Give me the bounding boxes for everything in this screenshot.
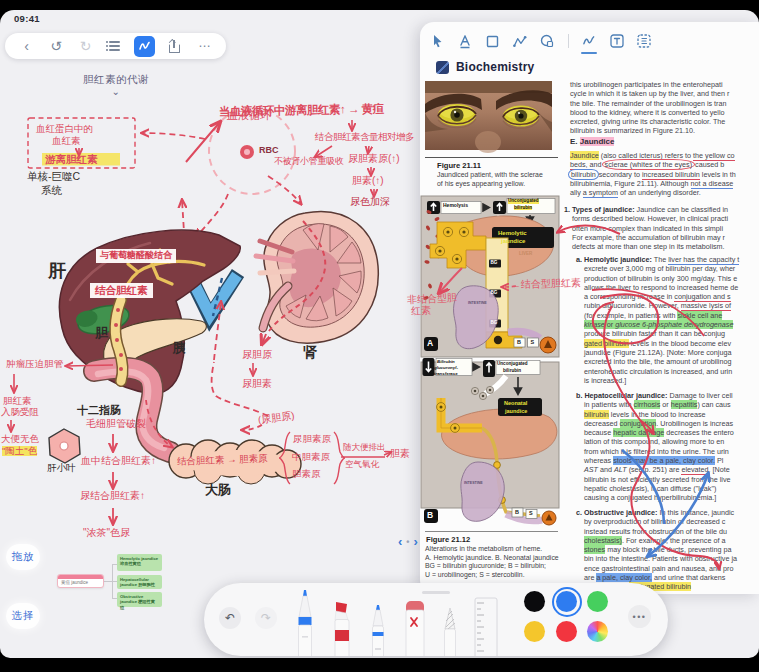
text-line: excrete over 3,000 mg of bilirubin per d… bbox=[576, 264, 759, 273]
mindmap-card-text: Hepatocellular jaundice 肝细胞性 bbox=[120, 577, 159, 588]
text-line: 1. Types of jaundice: Jaundice can be cl… bbox=[564, 205, 759, 214]
hand-pointer-icon[interactable] bbox=[430, 34, 444, 49]
figure-rule bbox=[425, 157, 558, 158]
text-line: the bile. The remainder of the urobilino… bbox=[570, 99, 759, 108]
note-title-text: 胆红素的代谢 bbox=[83, 73, 149, 85]
red-color-swatch[interactable] bbox=[556, 621, 577, 642]
text-line: ally a symptom of an underlying disorder… bbox=[570, 188, 759, 197]
eraser-tool[interactable] bbox=[403, 600, 427, 656]
text-line: AST and ALT (see p. 251) are elevated. [… bbox=[576, 465, 759, 474]
text-line: b. Hepatocellular jaundice: Damage to li… bbox=[576, 391, 759, 400]
scribble-pen-icon[interactable] bbox=[582, 34, 596, 49]
figure-rule-2 bbox=[425, 531, 558, 532]
fountain-pen-tool[interactable] bbox=[294, 589, 316, 656]
pen-toolbar: ↶ ↷ bbox=[204, 583, 668, 656]
figure-21-11-title: Figure 21.11 bbox=[437, 161, 481, 170]
text-line: bilirubin levels in the blood to increas… bbox=[576, 410, 759, 419]
undo-icon[interactable]: ↺ bbox=[46, 36, 66, 56]
text-line: beds, and sclerae (whites of the eyes) c… bbox=[570, 160, 759, 169]
text-line: produce bilirubin faster than it can be … bbox=[576, 329, 759, 338]
text-line: jaundice (Figure 21.12A). [Note: More co… bbox=[576, 348, 759, 357]
link-circle-icon[interactable] bbox=[540, 34, 554, 49]
text-line: bilirubin is summarized in Figure 21.10. bbox=[570, 126, 759, 135]
text-line: from which it is filtered into the urine… bbox=[576, 447, 759, 456]
pdf-paragraph-jaundice: Jaundice (also called icterus) refers to… bbox=[570, 151, 759, 197]
text-line: causing a conjugated hyperbilirubinemia.… bbox=[576, 493, 759, 502]
mindmap-node[interactable]: 黄疸 jaundice bbox=[57, 574, 104, 588]
pdf-heading-jaundice: E. Jaundice bbox=[570, 137, 759, 146]
pencil-tool[interactable] bbox=[440, 607, 460, 656]
text-line: instead results from obstruction of the … bbox=[576, 527, 759, 536]
text-annotation-icon[interactable] bbox=[458, 34, 472, 49]
undo-button[interactable]: ↶ bbox=[219, 607, 241, 629]
back-icon[interactable]: ‹ bbox=[17, 36, 37, 56]
ruler-tool[interactable] bbox=[473, 597, 499, 656]
mindmap-card[interactable]: Obstructive jaundice 梗阻性黄疸 bbox=[117, 592, 162, 607]
mindmap-preview[interactable]: 黄疸 jaundice Hemolytic jaundice 溶血性黄疸 Hep… bbox=[50, 538, 170, 613]
redo-icon[interactable]: ↻ bbox=[76, 36, 96, 56]
red-marker-tool[interactable] bbox=[330, 600, 354, 656]
pdf-item-obstructive: c. Obstructive jaundice: In this instanc… bbox=[576, 508, 759, 592]
select-mode-button[interactable]: 选择 bbox=[6, 603, 40, 629]
text-line: blood to the kidney, where it is convert… bbox=[570, 108, 759, 117]
mindmap-node-label: 黄疸 jaundice bbox=[58, 579, 103, 586]
text-line: cholestasis). For example, the presence … bbox=[576, 536, 759, 545]
next-page-icon[interactable]: › bbox=[414, 534, 418, 549]
text-line: bilirubinemia, Figure 21.11). Although n… bbox=[570, 179, 759, 188]
text-line: is increased.] bbox=[576, 376, 759, 385]
redo-button[interactable]: ↷ bbox=[255, 607, 277, 629]
share-icon[interactable] bbox=[165, 36, 185, 56]
pdf-list-types: 1. Types of jaundice: Jaundice can be cl… bbox=[564, 205, 759, 251]
text-line: stones may block the bile ducts, prevent… bbox=[576, 545, 759, 554]
rect-select-icon[interactable] bbox=[485, 34, 499, 49]
status-time: 09:41 bbox=[14, 13, 40, 24]
drag-mode-button[interactable]: 拖放 bbox=[6, 544, 40, 570]
outline-icon[interactable] bbox=[105, 36, 125, 56]
textbox-icon[interactable] bbox=[610, 34, 624, 49]
ballpoint-pen-tool[interactable] bbox=[367, 604, 389, 656]
text-line: a corresponding increase in conjugation … bbox=[576, 292, 759, 301]
mindmap-card[interactable]: Hepatocellular jaundice 肝细胞性 bbox=[117, 575, 162, 589]
text-line: hepatic cholestasis), it can diffuse ("l… bbox=[576, 484, 759, 493]
toolbar-divider bbox=[568, 34, 569, 48]
mindmap-card-text: Hemolytic jaundice 溶血性黄疸 bbox=[120, 556, 159, 567]
text-line: this urobilinogen participates in the en… bbox=[570, 80, 759, 89]
toolbar-more-button[interactable]: ••• bbox=[628, 605, 651, 628]
text-line: of his eyes appearing yellow. bbox=[437, 180, 543, 189]
large-intestine-drawing bbox=[169, 440, 301, 484]
excerpt-icon[interactable] bbox=[637, 34, 651, 49]
pdf-doc-title: Biochemistry bbox=[456, 60, 534, 74]
prev-page-icon[interactable]: ‹ bbox=[398, 534, 402, 549]
black-color-swatch[interactable] bbox=[524, 591, 545, 612]
text-line: by overproduction of bilirubin or decrea… bbox=[576, 517, 759, 526]
pdf-paragraph-urobilinogen: this urobilinogen participates in the en… bbox=[570, 80, 759, 136]
document-icon bbox=[436, 61, 449, 74]
more-icon[interactable]: ⋯ bbox=[194, 36, 214, 56]
text-line: a. Hemolytic jaundice: The liver has the… bbox=[576, 255, 759, 264]
text-line: kinase or glucose 6-phosphate dehydrogen… bbox=[576, 320, 759, 329]
blue-color-swatch[interactable] bbox=[556, 591, 577, 612]
toolbar-handle[interactable] bbox=[422, 591, 450, 594]
page-dot-icon: • bbox=[406, 537, 409, 547]
text-line: in patients with cirrhosis or hepatitis)… bbox=[576, 400, 759, 409]
yellow-color-swatch[interactable] bbox=[524, 621, 545, 642]
rbc-drawing bbox=[240, 145, 254, 159]
text-line: forms described below. However, in clini… bbox=[564, 214, 759, 223]
text-line: often more complex than indicated in thi… bbox=[564, 224, 759, 233]
rainbow-color-swatch[interactable] bbox=[587, 621, 608, 642]
text-line: bilirubin secondary to increased bilirub… bbox=[570, 170, 759, 179]
green-color-swatch[interactable] bbox=[587, 591, 608, 612]
text-line: cycle in which it is taken up by the liv… bbox=[570, 89, 759, 98]
text-line: Jaundiced patient, with the sclerae bbox=[437, 171, 543, 180]
mindmap-card[interactable]: Hemolytic jaundice 溶血性黄疸 bbox=[117, 554, 162, 571]
pdf-doc-header[interactable]: Biochemistry bbox=[436, 60, 534, 74]
text-line: excreted, giving urine its characteristi… bbox=[570, 117, 759, 126]
text-line: For example, the accumulation of bilirub… bbox=[564, 233, 759, 242]
text-line: Alterations in the metabolism of heme. bbox=[425, 545, 559, 554]
note-title[interactable]: 胆红素的代谢 ⌄ bbox=[46, 73, 186, 97]
text-line: defects at more than one step in its met… bbox=[564, 242, 759, 251]
draw-tool-icon[interactable] bbox=[134, 36, 155, 57]
text-line: because hepatic damage decreases the ent… bbox=[576, 428, 759, 437]
polyline-icon[interactable] bbox=[513, 34, 527, 49]
figure-21-12-title: Figure 21.12 bbox=[426, 535, 470, 544]
